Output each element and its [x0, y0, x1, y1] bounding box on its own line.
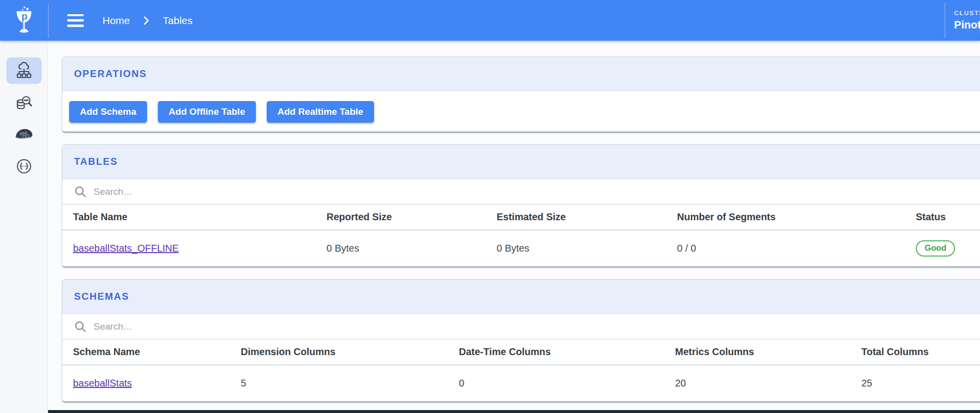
search-icon: [74, 320, 87, 333]
dimension-columns-value: 5: [241, 378, 459, 389]
column-header-status: Status: [916, 211, 980, 223]
bottom-divider: [0, 410, 980, 413]
topbar-divider: [48, 3, 49, 38]
tables-column-headers: Table Name Reported Size Estimated Size …: [62, 205, 980, 231]
tables-title: TABLES: [74, 156, 118, 167]
cluster-name: Pinot: [954, 19, 980, 31]
column-header-reported-size: Reported Size: [327, 211, 497, 223]
main-content: OPERATIONS Add Schema Add Offline Table …: [48, 41, 980, 413]
sidebar-item-cluster-manager[interactable]: [6, 57, 42, 84]
sidebar-item-swagger-api[interactable]: [6, 153, 42, 180]
database-search-icon: [15, 94, 33, 111]
cluster-icon: [15, 62, 33, 79]
pinot-logo[interactable]: p: [0, 0, 48, 41]
total-columns-value: 25: [861, 378, 980, 389]
tables-card: TABLES Table Name Reported Size Estimate…: [62, 144, 980, 268]
operations-header: OPERATIONS: [62, 57, 980, 91]
operations-buttons: Add Schema Add Offline Table Add Realtim…: [62, 91, 980, 131]
top-bar: p Home Tables CLUSTER Pinot: [0, 0, 980, 41]
column-header-segments: Number of Segments: [677, 211, 916, 223]
pinot-controller-ui: p Home Tables CLUSTER Pinot: [0, 0, 980, 413]
column-header-dimension-columns: Dimension Columns: [241, 346, 459, 358]
metrics-columns-value: 20: [675, 378, 861, 389]
column-header-schema-name: Schema Name: [73, 346, 241, 358]
hamburger-icon: [67, 14, 84, 17]
column-header-datetime-columns: Date-Time Columns: [459, 346, 675, 358]
table-row: baseballStats_OFFLINE 0 Bytes 0 Bytes 0 …: [62, 231, 980, 266]
operations-title: OPERATIONS: [74, 68, 147, 79]
breadcrumb: Home Tables: [102, 15, 193, 26]
datetime-columns-value: 0: [459, 378, 675, 389]
column-header-total-columns: Total Columns: [861, 346, 980, 358]
operations-card: OPERATIONS Add Schema Add Offline Table …: [62, 56, 980, 133]
schemas-title: SCHEMAS: [74, 291, 129, 302]
schema-row: baseballStats 5 0 20 25: [62, 365, 980, 401]
sidebar-item-zookeeper-browser[interactable]: ZOO: [6, 121, 42, 148]
zookeeper-icon: ZOO: [14, 128, 34, 141]
estimated-size-value: 0 Bytes: [497, 243, 677, 254]
tables-search-input[interactable]: [94, 186, 300, 197]
add-realtime-table-button[interactable]: Add Realtime Table: [267, 101, 374, 123]
sidebar-item-query-console[interactable]: [6, 89, 42, 116]
tables-search-row: [62, 179, 980, 205]
chevron-right-icon: [144, 16, 149, 25]
column-header-estimated-size: Estimated Size: [497, 211, 677, 223]
schemas-card: SCHEMAS Schema Name Dimension Columns Da…: [62, 279, 980, 403]
svg-text:p: p: [22, 10, 27, 21]
reported-size-value: 0 Bytes: [327, 243, 497, 254]
sidebar: ZOO: [0, 41, 48, 413]
schemas-column-headers: Schema Name Dimension Columns Date-Time …: [62, 339, 980, 365]
schemas-search-row: [62, 314, 980, 339]
status-badge: Good: [916, 240, 955, 257]
schemas-header: SCHEMAS: [62, 280, 980, 314]
cluster-label: CLUSTER: [954, 9, 980, 17]
add-offline-table-button[interactable]: Add Offline Table: [158, 101, 256, 123]
menu-toggle-button[interactable]: [67, 14, 84, 27]
segments-value: 0 / 0: [677, 243, 916, 254]
cluster-info: CLUSTER Pinot: [945, 3, 980, 38]
breadcrumb-home[interactable]: Home: [102, 15, 130, 26]
table-name-link[interactable]: baseballStats_OFFLINE: [73, 243, 179, 254]
breadcrumb-current: Tables: [163, 15, 193, 26]
add-schema-button[interactable]: Add Schema: [69, 101, 147, 123]
tables-header: TABLES: [62, 145, 980, 179]
schemas-search-input[interactable]: [94, 321, 300, 332]
column-header-table-name: Table Name: [73, 211, 327, 223]
column-header-metrics-columns: Metrics Columns: [675, 346, 861, 358]
swagger-icon: [15, 157, 33, 175]
schema-name-link[interactable]: baseballStats: [73, 378, 132, 388]
pinot-wine-glass-icon: p: [13, 6, 35, 35]
search-icon: [74, 185, 87, 198]
